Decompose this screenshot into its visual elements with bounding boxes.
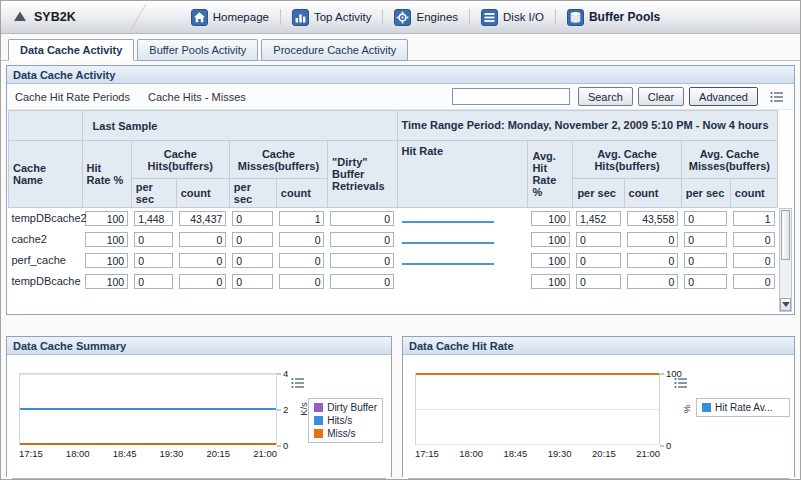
col-avg-cache-misses[interactable]: Avg. Cache Misses(buffers) [681,141,777,179]
col-hit-rate-trend[interactable]: Hit Rate [397,141,528,208]
advanced-button[interactable]: Advanced [689,87,758,106]
view-link-cache-hit-rate-periods[interactable]: Cache Hit Rate Periods [15,91,130,103]
col-hit-rate[interactable]: Hit Rate % [82,141,131,208]
cell-value: 0 [330,274,394,289]
legend-swatch [314,429,323,438]
last-sample-group-header: Last Sample [82,111,397,141]
col-dirty-buffer-retrievals[interactable]: "Dirty" Buffer Retrievals [327,141,397,208]
nav-divider [280,9,281,25]
cell-value: 1,452 [576,211,621,226]
cell-value: 0 [330,232,394,247]
cell-value: 0 [134,274,173,289]
bar-chart-icon [292,9,309,26]
database-icon [567,9,584,26]
clear-button[interactable]: Clear [638,87,684,106]
tab-procedure-cache-activity[interactable]: Procedure Cache Activity [261,39,408,61]
time-range-group-header: Time Range Period: Monday, November 2, 2… [397,111,777,141]
col-cache-misses[interactable]: Cache Misses(buffers) [229,141,327,179]
nav-engines-label: Engines [416,11,458,23]
subcol-count[interactable]: count [624,179,681,208]
data-cache-hit-rate-panel: Data Cache Hit Rate 1000 % 17:1518:0018:… [402,336,795,477]
x-tick-label: 20:15 [592,448,616,459]
tab-buffer-pools-activity[interactable]: Buffer Pools Activity [137,39,258,61]
nav-homepage[interactable]: Homepage [191,9,269,26]
cell-value: 1 [733,211,774,226]
nav-divider [469,9,470,25]
cell-value: 100 [85,253,128,268]
summary-legend: Dirty BufferHits/sMiss/s [308,398,383,443]
hit-rate-plot-area [415,373,660,445]
x-tick-label: 18:00 [459,448,483,459]
subcol-count[interactable]: count [176,179,229,208]
hit-rate-x-axis: 17:1518:0018:4519:3020:1521:00 [415,448,660,459]
hit-rate-legend: Hit Rate Av... [696,398,790,417]
table-row[interactable]: cache2 100 0 0 0 0 0 100 0 0 0 0 [9,229,778,250]
subcol-per-sec[interactable]: per sec [681,179,730,208]
table-v-scrollbar[interactable] [779,208,792,312]
cache-name-cell[interactable]: perf_cache [9,250,83,271]
cache-name-cell[interactable]: tempDBcache2 [9,208,83,229]
cell-value: 0 [330,211,394,226]
subcol-per-sec[interactable]: per sec [573,179,624,208]
chart-menu-icon[interactable] [674,377,688,389]
cell-value: 0 [627,253,678,268]
panel-title: Data Cache Activity [7,66,794,84]
cell-value: 100 [531,232,570,247]
cache-name-cell[interactable]: tempDBcache [9,271,83,292]
hit-rate-sparkline [402,263,494,265]
subcol-per-sec[interactable]: per sec [229,179,276,208]
col-cache-hits[interactable]: Cache Hits(buffers) [131,141,229,179]
table-row[interactable]: tempDBcache2 100 1,448 43,437 0 1 0 100 … [9,208,778,229]
col-avg-cache-hits[interactable]: Avg. Cache Hits(buffers) [573,141,681,179]
scroll-track[interactable] [780,261,791,298]
col-avg-hit-rate[interactable]: Avg. Hit Rate % [528,141,573,208]
cell-value: 0 [330,253,394,268]
search-button[interactable]: Search [578,87,633,106]
y-tick-label: 0 [666,440,671,451]
cell-value: 0 [684,253,727,268]
table-menu-icon[interactable] [768,89,786,105]
cell-value: 100 [85,274,128,289]
view-link-cache-hits-misses[interactable]: Cache Hits - Misses [148,91,246,103]
cell-value: 0 [627,274,678,289]
x-tick-label: 17:15 [415,448,439,459]
nav-top-activity[interactable]: Top Activity [292,9,372,26]
table-row[interactable]: tempDBcache 100 0 0 0 0 0 100 0 0 0 0 [9,271,778,292]
engine-icon [394,9,411,26]
subcol-count[interactable]: count [276,179,327,208]
x-tick-label: 18:45 [503,448,527,459]
tab-data-cache-activity[interactable]: Data Cache Activity [8,39,134,61]
app-title: SYB2K [34,10,76,24]
disk-icon [481,9,498,26]
nav-buffer-pools[interactable]: Buffer Pools [567,9,660,26]
subcol-count[interactable]: count [730,179,777,208]
table-row[interactable]: perf_cache 100 0 0 0 0 0 100 0 0 0 0 [9,250,778,271]
data-cache-activity-panel: Data Cache Activity Cache Hit Rate Perio… [6,65,795,315]
x-tick-label: 19:30 [160,448,184,459]
legend-swatch [702,403,711,412]
subcol-per-sec[interactable]: per sec [131,179,176,208]
nav-engines[interactable]: Engines [394,9,458,26]
cell-value: 0 [134,232,173,247]
hit-rate-sparkline [402,221,494,223]
chart-menu-icon[interactable] [291,377,305,389]
cell-value: 100 [531,211,570,226]
search-input[interactable] [452,88,570,105]
cell-value: 0 [684,232,727,247]
series-lines [416,374,659,444]
nav-disk-io[interactable]: Disk I/O [481,9,544,26]
cell-value: 0 [232,253,273,268]
legend-item: Hit Rate Av... [702,401,784,414]
scroll-thumb[interactable] [781,210,790,260]
cache-name-cell[interactable]: cache2 [9,229,83,250]
scroll-down-button[interactable] [780,298,791,311]
summary-plot-area [19,373,277,445]
col-cache-name[interactable]: Cache Name [9,141,83,208]
cell-value: 100 [85,211,128,226]
legend-item: Miss/s [314,427,377,440]
y-tick-label: 4 [283,368,288,379]
cell-value: 0 [279,232,324,247]
top-nav: Homepage Top Activity Engines [191,9,661,26]
cell-value: 0 [279,253,324,268]
legend-label: Hit Rate Av... [715,402,772,413]
